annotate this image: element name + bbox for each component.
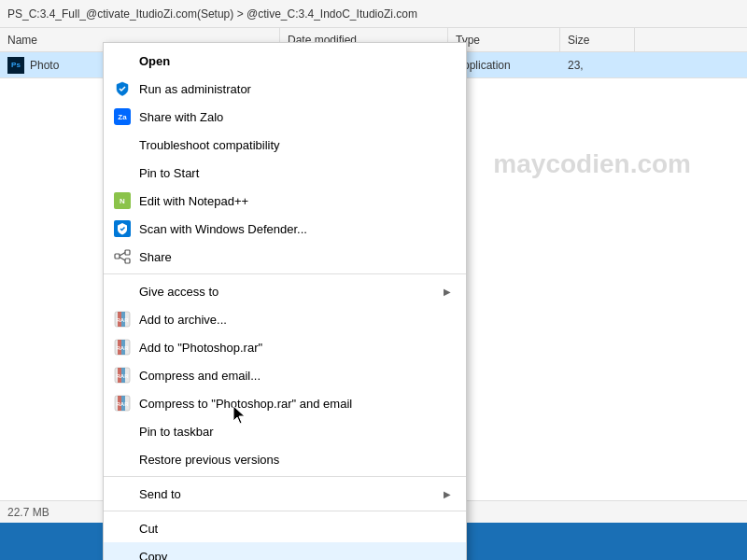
- svg-line-4: [120, 253, 125, 257]
- menu-separator: [104, 511, 466, 511]
- share-icon: [113, 247, 132, 266]
- menu-label-scan-defender: Scan with Windows Defender...: [139, 222, 451, 236]
- winrar-icon: RAR: [113, 338, 132, 357]
- submenu-arrow-send-to: ▶: [444, 489, 451, 499]
- menu-item-restore-versions[interactable]: Restore previous versions: [104, 445, 466, 473]
- svg-text:RAR: RAR: [117, 345, 130, 351]
- explorer-window: PS_C:3.4_Full_@ctivate_ItudioZi.com(Setu…: [0, 0, 747, 560]
- ps-icon: Ps: [7, 57, 24, 74]
- winrar-icon: RAR: [113, 366, 132, 385]
- winrar-icon: RAR: [113, 310, 132, 329]
- menu-label-copy: Copy: [139, 550, 451, 561]
- menu-label-compress-photoshop-rar-email: Compress to "Photoshop.rar" and email: [139, 397, 451, 411]
- menu-label-cut: Cut: [139, 522, 451, 536]
- svg-rect-3: [125, 259, 130, 263]
- menu-item-edit-notepad[interactable]: NEdit with Notepad++: [104, 187, 466, 215]
- menu-item-share[interactable]: Share: [104, 243, 466, 271]
- menu-label-compress-email: Compress and email...: [139, 369, 451, 383]
- watermark: maycodien.com: [493, 149, 691, 179]
- menu-item-run-admin[interactable]: Run as administrator: [104, 75, 466, 103]
- address-path: PS_C:3.4_Full_@ctivate_ItudioZi.com(Setu…: [7, 7, 417, 21]
- col-header-size[interactable]: Size: [560, 28, 635, 51]
- menu-label-share: Share: [139, 250, 451, 264]
- svg-text:RAR: RAR: [117, 317, 130, 323]
- menu-item-scan-defender[interactable]: Scan with Windows Defender...: [104, 215, 466, 243]
- menu-label-send-to: Send to: [139, 487, 436, 501]
- menu-item-give-access[interactable]: Give access to▶: [104, 277, 466, 305]
- menu-label-share-zalo: Share with Zalo: [139, 110, 451, 124]
- menu-label-pin-start: Pin to Start: [139, 166, 451, 180]
- menu-item-add-archive[interactable]: RAR Add to archive...: [104, 305, 466, 333]
- menu-item-open[interactable]: Open: [104, 47, 466, 75]
- notepad-brand: N: [114, 192, 131, 209]
- menu-item-pin-taskbar[interactable]: Pin to taskbar: [104, 417, 466, 445]
- file-name: Photo: [30, 59, 59, 72]
- menu-label-pin-taskbar: Pin to taskbar: [139, 425, 451, 439]
- svg-text:RAR: RAR: [117, 373, 130, 379]
- zalo-icon: Za: [113, 107, 132, 126]
- menu-label-restore-versions: Restore previous versions: [139, 453, 451, 467]
- menu-item-compress-email[interactable]: RAR Compress and email...: [104, 361, 466, 389]
- shield-icon: [113, 79, 132, 98]
- defender-icon: [113, 219, 132, 238]
- file-size-cell: 23,: [560, 59, 635, 72]
- menu-item-send-to[interactable]: Send to▶: [104, 480, 466, 508]
- winrar-icon: RAR: [113, 394, 132, 413]
- context-menu: Open Run as administratorZaShare with Za…: [103, 42, 467, 560]
- notepad-icon: N: [113, 191, 132, 210]
- menu-label-edit-notepad: Edit with Notepad++: [139, 194, 451, 208]
- menu-label-run-admin: Run as administrator: [139, 82, 451, 96]
- menu-label-troubleshoot: Troubleshoot compatibility: [139, 138, 451, 152]
- menu-item-copy[interactable]: Copy: [104, 542, 466, 560]
- menu-label-open: Open: [139, 54, 451, 68]
- submenu-arrow-give-access: ▶: [444, 287, 451, 297]
- address-bar: PS_C:3.4_Full_@ctivate_ItudioZi.com(Setu…: [0, 0, 747, 28]
- menu-label-give-access: Give access to: [139, 285, 436, 299]
- svg-rect-1: [115, 254, 120, 259]
- menu-separator: [104, 273, 466, 274]
- menu-item-share-zalo[interactable]: ZaShare with Zalo: [104, 103, 466, 131]
- menu-item-troubleshoot[interactable]: Troubleshoot compatibility: [104, 131, 466, 159]
- menu-item-compress-photoshop-rar-email[interactable]: RAR Compress to "Photoshop.rar" and emai…: [104, 389, 466, 417]
- menu-label-add-archive: Add to archive...: [139, 313, 451, 327]
- zalo-brand: Za: [114, 108, 131, 125]
- status-text: 22.7 MB: [7, 506, 49, 519]
- menu-item-cut[interactable]: Cut: [104, 514, 466, 542]
- menu-item-add-photoshop-rar[interactable]: RAR Add to "Photoshop.rar": [104, 333, 466, 361]
- menu-item-pin-start[interactable]: Pin to Start: [104, 159, 466, 187]
- menu-label-add-photoshop-rar: Add to "Photoshop.rar": [139, 341, 451, 355]
- svg-text:RAR: RAR: [117, 401, 130, 407]
- menu-separator: [104, 476, 466, 477]
- svg-line-5: [120, 258, 125, 261]
- svg-rect-2: [125, 250, 130, 255]
